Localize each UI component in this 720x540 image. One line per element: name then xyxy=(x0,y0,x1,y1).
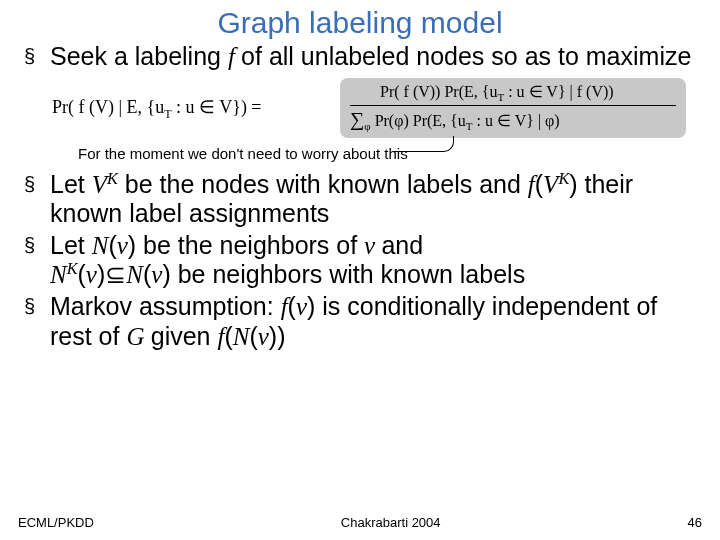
note-text: For the moment we don't need to worry ab… xyxy=(78,145,408,162)
note-row: For the moment we don't need to worry ab… xyxy=(24,142,696,168)
content-area: § Seek a labeling f of all unlabeled nod… xyxy=(0,42,720,351)
fraction: Pr( f (V)) Pr(E, {uT : u ∈ V} | f (V)) ∑… xyxy=(350,78,676,138)
footer-center: Chakrabarti 2004 xyxy=(341,515,441,530)
formula-rhs-box: Pr( f (V)) Pr(E, {uT : u ∈ V} | f (V)) ∑… xyxy=(340,78,686,138)
bullet-4: § Markov assumption: f(v) is conditional… xyxy=(24,292,696,351)
formula-lhs: Pr( f (V) | E, {uT : u ∈ V}) = xyxy=(52,96,262,122)
bullet-2: § Let VK be the nodes with known labels … xyxy=(24,170,696,229)
bullet-mark: § xyxy=(24,42,50,72)
bullet-3-text: Let N(v) be the neighbors of v and NK(v)… xyxy=(50,231,525,290)
denominator: ∑φ Pr(φ) Pr(E, {uT : u ∈ V} | φ) xyxy=(350,108,560,132)
bullet-mark: § xyxy=(24,292,50,351)
fraction-bar xyxy=(350,105,676,106)
numerator: Pr( f (V)) Pr(E, {uT : u ∈ V} | f (V)) xyxy=(380,82,614,103)
footer-right: 46 xyxy=(688,515,702,530)
footer: ECML/PKDD Chakrabarti 2004 46 xyxy=(0,515,720,530)
formula: Pr( f (V) | E, {uT : u ∈ V}) = Pr( f (V)… xyxy=(24,76,696,142)
bullet-1-text: Seek a labeling f of all unlabeled nodes… xyxy=(50,42,691,72)
bullet-2-text: Let VK be the nodes with known labels an… xyxy=(50,170,696,229)
slide-title: Graph labeling model xyxy=(0,0,720,40)
bullet-4-text: Markov assumption: f(v) is conditionally… xyxy=(50,292,696,351)
bullet-mark: § xyxy=(24,170,50,229)
footer-left: ECML/PKDD xyxy=(18,515,94,530)
bullet-mark: § xyxy=(24,231,50,290)
bullet-1: § Seek a labeling f of all unlabeled nod… xyxy=(24,42,696,72)
bullet-3: § Let N(v) be the neighbors of v and NK(… xyxy=(24,231,696,290)
